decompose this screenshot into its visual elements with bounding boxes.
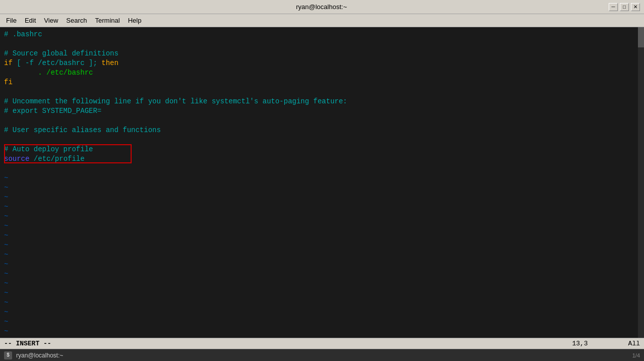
- line-tilde-17: ~: [0, 326, 644, 336]
- menu-help[interactable]: Help: [124, 16, 146, 25]
- line-tilde-5: ~: [0, 211, 644, 221]
- line-5: . /etc/bashrc: [0, 68, 644, 77]
- line-tilde-12: ~: [0, 278, 644, 288]
- menu-edit[interactable]: Edit: [21, 16, 40, 25]
- line-tilde-1: ~: [0, 173, 644, 183]
- line-text-8: # Uncomment the following line if you do…: [4, 97, 347, 105]
- menu-file[interactable]: File: [2, 16, 21, 25]
- editor-area[interactable]: # .bashrc # Source global definitions if…: [0, 27, 644, 338]
- line-text-13: # Auto deploy profile: [4, 145, 93, 153]
- line-tilde-16: ~: [0, 317, 644, 326]
- line-8: # Uncomment the following line if you do…: [0, 96, 644, 106]
- line-11: # User specific aliases and functions: [0, 125, 644, 135]
- terminal-bar: $ ryan@localhost:~ 1/4: [0, 349, 644, 361]
- terminal-label[interactable]: ryan@localhost:~: [16, 352, 63, 359]
- scroll-position: All: [628, 340, 640, 347]
- line-tilde-6: ~: [0, 221, 644, 230]
- line-3: # Source global definitions: [0, 48, 644, 58]
- line-9: # export SYSTEMD_PAGER=: [0, 106, 644, 115]
- line-tilde-4: ~: [0, 202, 644, 211]
- line-text-14-source: source: [4, 155, 29, 163]
- line-tilde-7: ~: [0, 230, 644, 240]
- window-title: ryan@localhost:~: [34, 3, 609, 11]
- menu-search[interactable]: Search: [62, 16, 91, 25]
- line-tilde-11: ~: [0, 269, 644, 278]
- line-tilde-13: ~: [0, 288, 644, 297]
- line-text-4-rest: [ -f /etc/bashrc ];: [13, 59, 101, 67]
- cursor-position: 13,3: [572, 340, 588, 347]
- line-6: fi: [0, 77, 644, 87]
- line-tilde-3: ~: [0, 192, 644, 202]
- line-2: [0, 39, 644, 48]
- line-text-6: fi: [4, 78, 13, 86]
- maximize-button[interactable]: □: [620, 3, 629, 11]
- window-controls: ─ □ ✕: [609, 3, 640, 11]
- scrollbar[interactable]: [638, 27, 644, 338]
- line-tilde-18: ~: [0, 336, 644, 338]
- menu-view[interactable]: View: [40, 16, 62, 25]
- line-tilde-8: ~: [0, 240, 644, 250]
- scrollbar-thumb[interactable]: [638, 27, 644, 47]
- terminal-right: 1/4: [632, 352, 640, 358]
- line-text-5: . /etc/bashrc: [4, 69, 93, 77]
- line-tilde-9: ~: [0, 250, 644, 259]
- line-10: [0, 115, 644, 125]
- menu-bar: File Edit View Search Terminal Help: [0, 14, 644, 27]
- vim-status-bar: -- INSERT -- 13,3 All: [0, 338, 644, 349]
- title-bar: ryan@localhost:~ ─ □ ✕: [0, 0, 644, 14]
- line-14: source /etc/profile: [0, 154, 644, 163]
- status-right: 13,3 All: [572, 340, 640, 347]
- editor-content: # .bashrc # Source global definitions if…: [0, 29, 644, 338]
- close-button[interactable]: ✕: [631, 3, 640, 11]
- line-text-4-then: then: [101, 59, 119, 67]
- line-text-11: # User specific aliases and functions: [4, 126, 161, 134]
- terminal-icon: $: [4, 351, 12, 359]
- line-7: [0, 87, 644, 96]
- vim-mode: -- INSERT --: [4, 340, 51, 347]
- menu-terminal[interactable]: Terminal: [91, 16, 124, 25]
- line-1: # .bashrc: [0, 29, 644, 39]
- line-15: [0, 163, 644, 173]
- highlighted-block: # Auto deploy profile source /etc/profil…: [0, 144, 644, 163]
- line-text-9: # export SYSTEMD_PAGER=: [4, 107, 101, 115]
- line-tilde-14: ~: [0, 297, 644, 307]
- line-tilde-15: ~: [0, 307, 644, 317]
- line-12: [0, 135, 644, 144]
- line-tilde-2: ~: [0, 183, 644, 192]
- minimize-button[interactable]: ─: [609, 3, 618, 11]
- line-text-14-path: /etc/profile: [29, 155, 84, 163]
- line-text-3: # Source global definitions: [4, 49, 119, 57]
- line-4: if [ -f /etc/bashrc ]; then: [0, 58, 644, 68]
- line-tilde-10: ~: [0, 259, 644, 269]
- line-13: # Auto deploy profile: [0, 144, 644, 154]
- terminal-tab-count: 1/4: [632, 352, 640, 358]
- line-text-4-if: if: [4, 59, 13, 67]
- line-text-1: # .bashrc: [4, 30, 42, 38]
